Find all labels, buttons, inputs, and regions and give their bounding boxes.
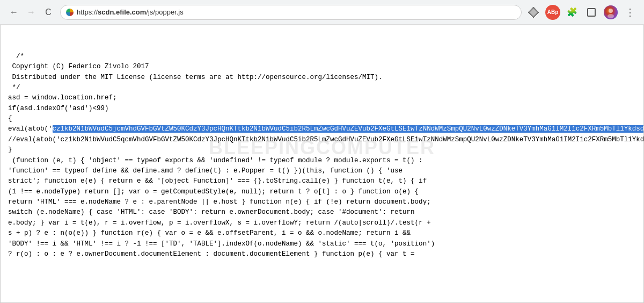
eth-extension-button[interactable]	[526, 5, 541, 20]
url-text: https://scdn.efile.com/js/popper.js	[77, 8, 516, 16]
url-prefix: https://	[77, 8, 98, 16]
eval-line: eval(atob('cz1kb2N1bWVudC5jcmVhdGVFbGVtZ…	[8, 125, 644, 133]
refresh-button[interactable]: C	[41, 5, 56, 20]
url-domain: scdn.efile.com	[98, 8, 146, 16]
eval-prefix: eval(atob('	[8, 125, 53, 133]
extensions-button[interactable]: 🧩	[565, 5, 580, 20]
user-avatar	[604, 5, 618, 19]
window-button[interactable]	[584, 5, 599, 20]
site-icon	[66, 9, 74, 16]
puzzle-icon: 🧩	[567, 7, 577, 17]
browser-icons: ABp 🧩	[526, 5, 638, 20]
svg-point-4	[608, 14, 614, 18]
code-line-1: /*	[16, 53, 24, 60]
code-content: BLEEPINGCOMPUTER /* Copyright (C) Federi…	[0, 25, 644, 303]
commented-eval-line: //eval(atob('cz1kb2N1bWVudC5qcmVhdGVFbGV…	[8, 136, 644, 143]
browser-toolbar: ← → C https://scdn.efile.com/js/popper.j…	[0, 0, 644, 25]
back-button[interactable]: ←	[6, 5, 21, 20]
code-line-2: Copyright (C) Federico Zivolo 2017	[8, 63, 149, 70]
nav-buttons: ← → C	[6, 5, 56, 20]
code-line-7: {	[8, 115, 12, 122]
function-code: (function (e, t) { 'object' == typeof ex…	[8, 157, 435, 258]
abp-extension-button[interactable]: ABp	[545, 5, 560, 20]
url-path: /js/popper.js	[146, 8, 183, 16]
forward-button[interactable]: →	[24, 5, 39, 20]
closing-brace: }	[8, 146, 12, 154]
eval-highlighted[interactable]: cz1kb2N1bWVudC5jcmVhdGVFbGVtZW50KCdzY3Jp…	[53, 125, 644, 133]
code-line-3: Distributed under the MIT License (licen…	[8, 74, 383, 81]
svg-point-3	[609, 9, 613, 13]
code-line-4: */	[8, 84, 20, 91]
code-line-6: if(asd.indexOf('asd')<99)	[8, 105, 109, 112]
square-icon	[587, 8, 596, 17]
address-bar[interactable]: https://scdn.efile.com/js/popper.js	[60, 5, 522, 20]
profile-button[interactable]	[603, 5, 618, 20]
dots-icon: ⋮	[625, 6, 635, 18]
abp-badge: ABp	[545, 5, 560, 20]
code-line-5: asd = window.location.href;	[8, 94, 117, 102]
more-options-button[interactable]: ⋮	[623, 5, 638, 20]
